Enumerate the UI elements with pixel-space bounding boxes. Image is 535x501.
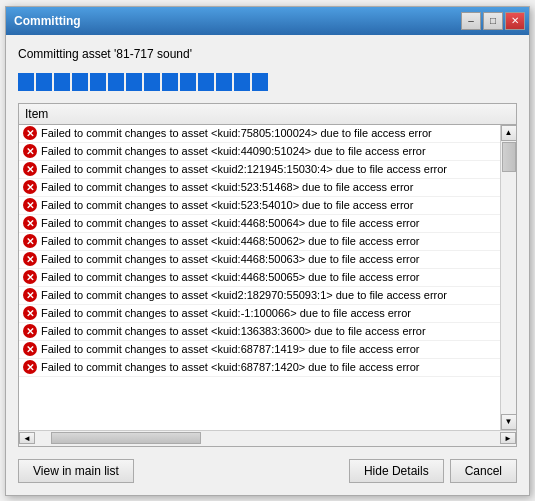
item-text: Failed to commit changes to asset <kuid:… (41, 253, 420, 265)
scroll-up-button[interactable]: ▲ (501, 125, 517, 141)
progress-segment (144, 73, 160, 91)
error-icon: ✕ (23, 288, 37, 302)
list-item[interactable]: ✕Failed to commit changes to asset <kuid… (19, 215, 500, 233)
progress-segment (162, 73, 178, 91)
scroll-right-button[interactable]: ► (500, 432, 516, 444)
window-body: Committing asset '81-717 sound' Item ✕Fa… (6, 35, 529, 495)
progress-segment (54, 73, 70, 91)
window-title: Committing (14, 14, 81, 28)
error-icon: ✕ (23, 216, 37, 230)
list-item[interactable]: ✕Failed to commit changes to asset <kuid… (19, 341, 500, 359)
list-item[interactable]: ✕Failed to commit changes to asset <kuid… (19, 359, 500, 377)
list-item[interactable]: ✕Failed to commit changes to asset <kuid… (19, 233, 500, 251)
list-item[interactable]: ✕Failed to commit changes to asset <kuid… (19, 305, 500, 323)
progress-segment (72, 73, 88, 91)
horizontal-scrollbar[interactable]: ◄ ► (19, 430, 516, 446)
progress-segment (252, 73, 268, 91)
view-main-list-button[interactable]: View in main list (18, 459, 134, 483)
error-icon: ✕ (23, 198, 37, 212)
list-items-col[interactable]: ✕Failed to commit changes to asset <kuid… (19, 125, 500, 430)
item-text: Failed to commit changes to asset <kuid2… (41, 289, 447, 301)
scroll-down-button[interactable]: ▼ (501, 414, 517, 430)
scroll-left-button[interactable]: ◄ (19, 432, 35, 444)
list-item[interactable]: ✕Failed to commit changes to asset <kuid… (19, 251, 500, 269)
progress-segment (216, 73, 232, 91)
error-icon: ✕ (23, 342, 37, 356)
error-icon: ✕ (23, 360, 37, 374)
list-item[interactable]: ✕Failed to commit changes to asset <kuid… (19, 161, 500, 179)
item-text: Failed to commit changes to asset <kuid:… (41, 325, 426, 337)
error-icon: ✕ (23, 234, 37, 248)
title-bar: Committing – □ ✕ (6, 7, 529, 35)
item-text: Failed to commit changes to asset <kuid:… (41, 181, 413, 193)
item-text: Failed to commit changes to asset <kuid:… (41, 199, 413, 211)
list-item[interactable]: ✕Failed to commit changes to asset <kuid… (19, 287, 500, 305)
progress-bar-container (18, 71, 517, 93)
hide-details-button[interactable]: Hide Details (349, 459, 444, 483)
progress-segment (198, 73, 214, 91)
list-item[interactable]: ✕Failed to commit changes to asset <kuid… (19, 143, 500, 161)
footer: View in main list Hide Details Cancel (18, 457, 517, 483)
committing-label: Committing asset '81-717 sound' (18, 47, 517, 61)
error-icon: ✕ (23, 306, 37, 320)
progress-segment (234, 73, 250, 91)
item-text: Failed to commit changes to asset <kuid:… (41, 271, 420, 283)
list-column-header: Item (25, 107, 48, 121)
error-icon: ✕ (23, 144, 37, 158)
list-scroll-area: ✕Failed to commit changes to asset <kuid… (19, 125, 516, 430)
progress-segment (36, 73, 52, 91)
error-icon: ✕ (23, 180, 37, 194)
vertical-scrollbar: ▲ ▼ (500, 125, 516, 430)
h-scroll-thumb[interactable] (51, 432, 201, 444)
maximize-button[interactable]: □ (483, 12, 503, 30)
item-text: Failed to commit changes to asset <kuid:… (41, 307, 411, 319)
list-item[interactable]: ✕Failed to commit changes to asset <kuid… (19, 269, 500, 287)
item-text: Failed to commit changes to asset <kuid:… (41, 217, 420, 229)
progress-segment (180, 73, 196, 91)
main-window: Committing – □ ✕ Committing asset '81-71… (5, 6, 530, 496)
list-wrapper: Item ✕Failed to commit changes to asset … (18, 103, 517, 447)
item-text: Failed to commit changes to asset <kuid:… (41, 343, 420, 355)
progress-segment (18, 73, 34, 91)
scroll-thumb-area (501, 141, 517, 414)
close-button[interactable]: ✕ (505, 12, 525, 30)
title-bar-buttons: – □ ✕ (461, 12, 525, 30)
item-text: Failed to commit changes to asset <kuid:… (41, 235, 420, 247)
progress-bar (18, 73, 268, 91)
error-icon: ✕ (23, 126, 37, 140)
error-icon: ✕ (23, 270, 37, 284)
item-text: Failed to commit changes to asset <kuid:… (41, 145, 426, 157)
item-text: Failed to commit changes to asset <kuid:… (41, 361, 420, 373)
error-icon: ✕ (23, 162, 37, 176)
scroll-thumb[interactable] (502, 142, 516, 172)
list-item[interactable]: ✕Failed to commit changes to asset <kuid… (19, 179, 500, 197)
item-text: Failed to commit changes to asset <kuid:… (41, 127, 432, 139)
error-icon: ✕ (23, 324, 37, 338)
progress-segment (126, 73, 142, 91)
list-header: Item (19, 104, 516, 125)
minimize-button[interactable]: – (461, 12, 481, 30)
list-item[interactable]: ✕Failed to commit changes to asset <kuid… (19, 125, 500, 143)
error-icon: ✕ (23, 252, 37, 266)
progress-segment (108, 73, 124, 91)
progress-segment (90, 73, 106, 91)
list-item[interactable]: ✕Failed to commit changes to asset <kuid… (19, 323, 500, 341)
list-item[interactable]: ✕Failed to commit changes to asset <kuid… (19, 197, 500, 215)
item-text: Failed to commit changes to asset <kuid2… (41, 163, 447, 175)
cancel-button[interactable]: Cancel (450, 459, 517, 483)
